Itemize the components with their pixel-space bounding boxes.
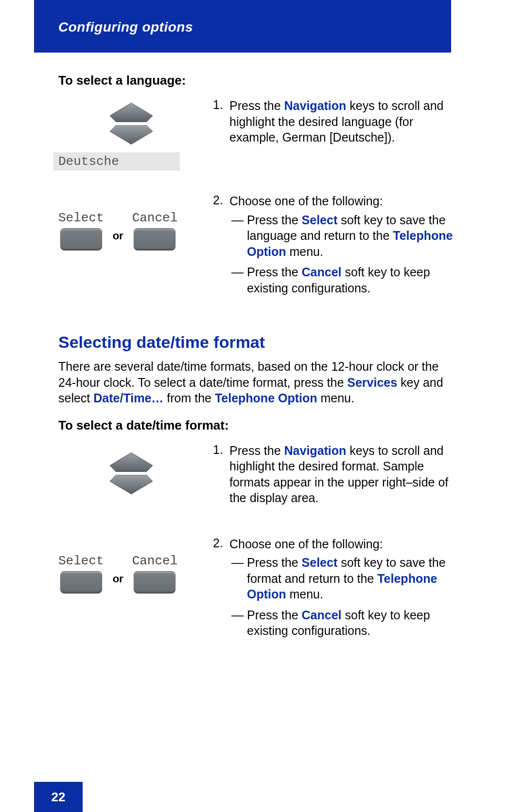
navigation-link: Navigation [284,99,347,112]
navigation-link: Navigation [284,444,347,457]
step-text: Press the Navigation keys to scroll and … [229,98,453,145]
nav-keys-illustration [58,443,204,502]
content-area: To select a language: Deutsche 1. [58,73,453,651]
nav-down-icon [109,475,153,496]
select-language-heading: To select a language: [58,73,453,88]
select-link: Select [302,213,338,227]
datetime-heading: Selecting date/time format [58,333,453,352]
list-item: 2. Choose one of the following: — Press … [213,193,453,301]
dt-step1-row: 1. Press the Navigation keys to scroll a… [58,443,453,514]
list-item: 1. Press the Navigation keys to scroll a… [213,98,453,145]
header-title: Configuring options [58,19,193,35]
lang-step2-row: Select or Cancel 2. Choose one of th [58,193,453,308]
lang-step1-row: Deutsche 1. Press the Navigation keys to… [58,98,453,171]
language-display: Deutsche [53,152,180,171]
select-softkey-icon [60,571,102,594]
list-item: — Press the Cancel soft key to keep exis… [229,264,453,296]
softkey-row: Select or Cancel [58,539,204,594]
select-softkey-label: Select [58,211,104,225]
or-text: or [113,230,123,242]
or-text: or [113,573,123,585]
page-footer: 22 [34,782,83,812]
cancel-softkey-label: Cancel [132,211,178,225]
telephone-option-link: Telephone Option [215,391,317,405]
svg-marker-5 [110,475,153,494]
select-softkey-icon [60,228,102,251]
step-number: 1. [213,98,229,145]
header-bar: Configuring options [34,0,451,53]
list-item: — Press the Select soft key to save the … [229,212,453,260]
softkey-row: Select or Cancel [58,196,204,251]
nav-up-icon [109,101,153,122]
step-number: 2. [213,193,229,301]
cancel-link: Cancel [302,265,342,279]
datetime-paragraph: There are several date/time formats, bas… [58,359,453,406]
step-text: Choose one of the following: — Press the… [229,536,453,644]
step-text: Choose one of the following: — Press the… [229,193,453,301]
list-item: — Press the Select soft key to save the … [229,555,453,602]
svg-marker-4 [110,452,153,472]
cancel-softkey-label: Cancel [132,554,178,568]
nav-up-icon [109,451,153,472]
step-text: Press the Navigation keys to scroll and … [229,443,453,506]
nav-keys-illustration: Deutsche [58,98,204,171]
svg-marker-1 [110,103,153,122]
list-item: — Press the Cancel soft key to keep exis… [229,607,453,639]
step-number: 2. [213,536,229,644]
cancel-link: Cancel [302,608,342,622]
select-softkey-label: Select [58,554,104,568]
dt-step2-row: Select or Cancel 2. Choose one of the [58,536,453,651]
select-link: Select [302,556,338,569]
nav-down-icon [109,125,153,146]
cancel-softkey-icon [134,228,175,251]
datetime-link: Date/Time… [93,391,163,405]
select-datetime-heading: To select a date/time format: [58,418,453,433]
page: Configuring options To select a language… [0,0,525,812]
svg-marker-3 [110,125,153,144]
step-number: 1. [213,443,229,506]
page-number: 22 [52,790,66,805]
cancel-softkey-icon [134,571,175,594]
list-item: 1. Press the Navigation keys to scroll a… [213,443,453,506]
services-link: Services [347,376,397,389]
list-item: 2. Choose one of the following: — Press … [213,536,453,644]
